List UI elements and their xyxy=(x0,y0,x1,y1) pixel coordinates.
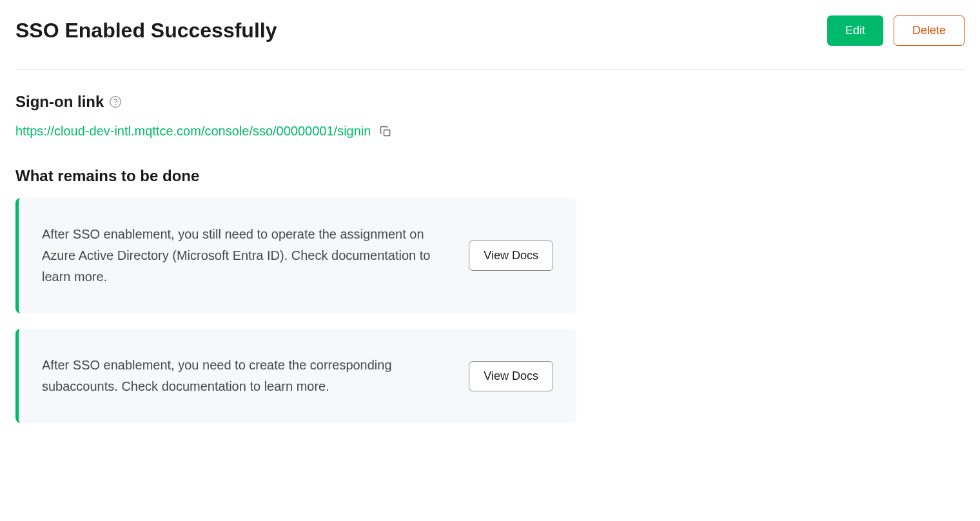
todo-section: What remains to be done After SSO enable… xyxy=(15,167,965,423)
header-actions: Edit Delete xyxy=(827,15,965,46)
todo-cards: After SSO enablement, you still need to … xyxy=(15,198,576,423)
signon-link-row: https://cloud-dev-intl.mqttce.com/consol… xyxy=(15,124,965,139)
signon-link[interactable]: https://cloud-dev-intl.mqttce.com/consol… xyxy=(15,124,371,139)
view-docs-button[interactable]: View Docs xyxy=(469,361,553,391)
copy-icon[interactable] xyxy=(378,124,393,139)
svg-rect-2 xyxy=(384,130,390,135)
todo-title: What remains to be done xyxy=(15,167,965,185)
page-header: SSO Enabled Successfully Edit Delete xyxy=(15,15,965,70)
delete-button[interactable]: Delete xyxy=(894,15,965,46)
page-title: SSO Enabled Successfully xyxy=(15,19,277,43)
todo-text: After SSO enablement, you still need to … xyxy=(42,224,451,288)
edit-button[interactable]: Edit xyxy=(827,15,883,46)
signon-title-text: Sign-on link xyxy=(15,93,104,111)
help-icon[interactable] xyxy=(109,95,122,108)
todo-text: After SSO enablement, you need to create… xyxy=(42,355,451,397)
signon-title: Sign-on link xyxy=(15,93,965,111)
svg-point-1 xyxy=(115,104,116,105)
todo-card: After SSO enablement, you still need to … xyxy=(15,198,576,313)
signon-section: Sign-on link https://cloud-dev-intl.mqtt… xyxy=(15,93,965,139)
todo-card: After SSO enablement, you need to create… xyxy=(15,329,576,423)
view-docs-button[interactable]: View Docs xyxy=(469,241,553,271)
svg-point-0 xyxy=(110,97,121,108)
